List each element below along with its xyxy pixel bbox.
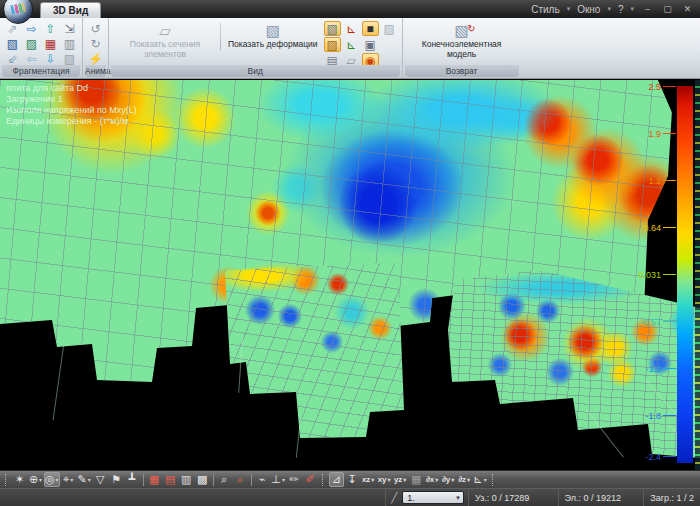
return-arrow-icon: ↻	[467, 21, 475, 37]
flashlight-icon[interactable]: ⌁	[255, 472, 270, 487]
scale-tick	[663, 415, 676, 416]
toolbar-grip[interactable]	[5, 474, 8, 486]
filter-icon[interactable]: ▽	[93, 472, 108, 487]
toolbar-separator	[143, 474, 144, 486]
style-menu[interactable]: Стиль	[531, 4, 559, 15]
show-deformations-button[interactable]: ▧ Показать деформации	[224, 21, 322, 64]
marker-icon[interactable]: ┻	[125, 472, 140, 487]
loadcase-selector[interactable]: 1. ▼	[402, 491, 464, 504]
scale-label: 0.031	[627, 270, 661, 280]
fragment-cube-red-icon[interactable]: ▦	[42, 36, 59, 51]
fragment-down-left-icon[interactable]: ⇙	[4, 51, 21, 66]
pencil-icon[interactable]: ✏	[287, 472, 302, 487]
view-stack-icon[interactable]: ▣	[362, 37, 379, 52]
view-isofield-icon[interactable]: ▧	[324, 21, 341, 36]
scale-tick	[663, 321, 676, 322]
ribbon-group-fragmentation: ⇗ ⇨ ⇧ ⇲ ▧ ▨ ▦ ▥ ⇙ ⇦ ⇩ ▧ Фрагментация	[0, 18, 82, 78]
title-bar: Стиль ▾ Окно ▾ ? ▾ – ▢ ✕	[0, 0, 700, 18]
sections-icon: ▱	[159, 23, 171, 39]
maximize-button[interactable]: ▢	[661, 4, 674, 14]
scale-label: 0.64	[627, 223, 661, 233]
show-sections-button[interactable]: ▱ Показать сечения элементов	[113, 21, 217, 64]
scale-label: -1.8	[627, 411, 661, 421]
group-label-animation: Анимация	[85, 65, 106, 77]
projection-axes-icon[interactable]: ⊿	[329, 472, 344, 487]
pen-select-icon[interactable]: ✎▾	[77, 472, 92, 487]
application-window: Стиль ▾ Окно ▾ ? ▾ – ▢ ✕ 3D Вид ⇗ ⇨ ⇧ ⇲ …	[0, 0, 700, 506]
bottom-toolbar: ✶ ⊕▾ ◎▾ ⌖▾ ✎▾ ▽ ⚑ ┻ ▦ ▤ ▥ ▩ ⌕ ⌕ ⌁ ⊥▾ ✏ ✐…	[0, 470, 700, 488]
annotation-loadcase: Загружение 1	[6, 94, 137, 105]
toolbar-grip[interactable]	[322, 474, 325, 486]
group-label-fragmentation: Фрагментация	[2, 65, 80, 77]
scale-label: -2.4	[627, 452, 661, 462]
anchor-view-icon[interactable]: ↧	[345, 472, 360, 487]
scale-tick	[663, 133, 676, 134]
fragment-cube-blue-icon[interactable]: ▧	[4, 36, 21, 51]
scale-label: 1.2	[627, 176, 661, 186]
viewport-annotations: плита для сайта Dd Загружение 1 Изополя …	[6, 83, 137, 127]
fragment-down-icon[interactable]: ⇩	[42, 51, 59, 66]
grid-plane-icon[interactable]: ▦	[409, 472, 424, 487]
plane-xy-button[interactable]: xy▾	[377, 472, 392, 487]
minimize-button[interactable]: –	[641, 4, 654, 14]
rotate-x-button[interactable]: ∂x▾	[425, 472, 440, 487]
flag-icon[interactable]: ⚑	[109, 472, 124, 487]
annotation-units: Единицы измерения - (т*м)/м	[6, 116, 137, 127]
animation-rotate-cw-icon[interactable]: ↻	[87, 36, 104, 51]
status-bar: ╱ 1. ▼ Уз.: 0 / 17289 Эл.: 0 / 19212 Заг…	[0, 488, 700, 506]
ribbon-group-return: ▧↻ Конечноэлементная модель Возврат	[402, 18, 521, 78]
fragment-cube-green-icon[interactable]: ▨	[23, 36, 40, 51]
fragment-restore-icon[interactable]: ▧	[61, 51, 78, 66]
close-button[interactable]: ✕	[681, 4, 694, 14]
window-menu-chevron-icon[interactable]: ▾	[607, 5, 611, 13]
scale-label: 2.5	[627, 82, 661, 92]
rotate-y-button[interactable]: ∂y▾	[441, 472, 456, 487]
pointer-tool-icon[interactable]: ╱	[386, 492, 402, 503]
crosshair-select-icon[interactable]: ⌖▾	[61, 472, 76, 487]
3d-viewport[interactable]: плита для сайта Dd Загружение 1 Изополя …	[0, 80, 700, 470]
fragment-right-icon[interactable]: ⇨	[23, 21, 40, 36]
tab-3d-view[interactable]: 3D Вид	[40, 2, 101, 18]
scale-label: -0.57	[627, 317, 661, 327]
group-label-return: Возврат	[405, 65, 519, 77]
isometry-icon[interactable]: ⊾▾	[473, 472, 488, 487]
plane-yz-button[interactable]: yz▾	[393, 472, 408, 487]
plane-xz-button[interactable]: xz▾	[361, 472, 376, 487]
view-solid-icon[interactable]: ■	[362, 21, 379, 36]
help-menu[interactable]: ?	[618, 4, 624, 15]
fragment-cube-gray-icon[interactable]: ▥	[61, 36, 78, 51]
zoom-in-icon[interactable]: ⌕	[217, 472, 232, 487]
select-plates-icon[interactable]: ▥	[179, 472, 194, 487]
view-rotate-cube-icon[interactable]: ▨	[381, 21, 398, 36]
legend-edge-strip	[695, 80, 700, 470]
fe-model-button[interactable]: ▧↻ Конечноэлементная модель	[407, 21, 517, 61]
axis-tool-icon[interactable]: ⊥▾	[271, 472, 286, 487]
red-pen-icon[interactable]: ✐	[303, 472, 318, 487]
fragment-corner-icon[interactable]: ⇲	[61, 21, 78, 36]
fragment-left-icon[interactable]: ⇦	[23, 51, 40, 66]
animation-rotate-ccw-icon[interactable]: ↺	[87, 21, 104, 36]
fragment-up-icon[interactable]: ⇧	[42, 21, 59, 36]
view-axes-red-icon[interactable]: ⊾	[343, 21, 360, 36]
combo-chevron-icon[interactable]: ▼	[455, 495, 461, 501]
zoom-reset-icon[interactable]: ⌕	[233, 472, 248, 487]
ellipse-select-icon[interactable]: ◎▾	[44, 472, 60, 487]
select-elements-icon[interactable]: ▤	[163, 472, 178, 487]
ribbon-group-view: ▱ Показать сечения элементов ▧ Показать …	[108, 18, 402, 78]
toolbar-grip[interactable]	[492, 474, 495, 486]
polyfilter-icon[interactable]: ✶	[12, 472, 27, 487]
annotation-isofield: Изополя напряжений по Mxy(L)	[6, 105, 137, 116]
select-nodes-icon[interactable]: ▦	[147, 472, 162, 487]
select-blocks-icon[interactable]: ▩	[195, 472, 210, 487]
select-mode-icon[interactable]: ⊕▾	[28, 472, 43, 487]
view-axes-green-icon[interactable]: ⊾	[343, 37, 360, 52]
column-edge-line	[53, 346, 64, 420]
style-menu-chevron-icon[interactable]: ▾	[567, 5, 571, 13]
animation-play-icon[interactable]: ⚡	[87, 51, 104, 66]
rotate-z-button[interactable]: ∂z▾	[457, 472, 472, 487]
view-mosaic-icon[interactable]: ▨	[324, 37, 341, 52]
help-menu-chevron-icon[interactable]: ▾	[630, 5, 634, 13]
window-menu[interactable]: Окно	[577, 4, 600, 15]
ribbon: ⇗ ⇨ ⇧ ⇲ ▧ ▨ ▦ ▥ ⇙ ⇦ ⇩ ▧ Фрагментация ↺ ↻…	[0, 18, 700, 79]
toolbar-separator	[213, 474, 214, 486]
